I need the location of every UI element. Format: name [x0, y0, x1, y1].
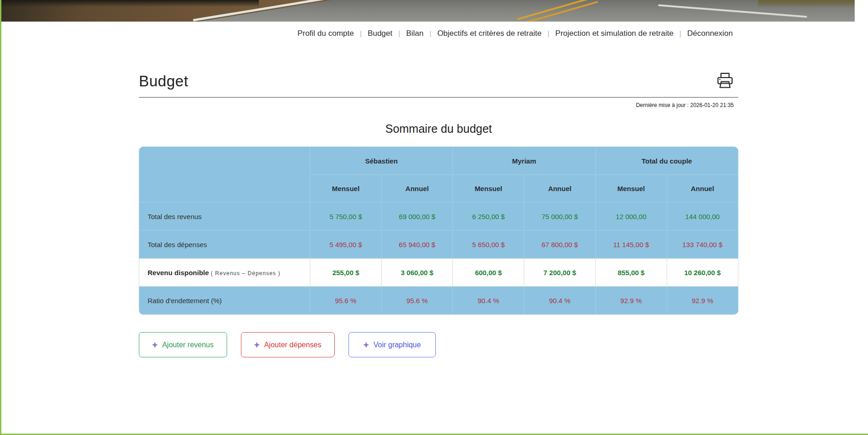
- last-update-text: Dernière mise à jour : 2026-01-20 21:35: [139, 102, 738, 108]
- title-row: Budget: [139, 71, 738, 91]
- ajouter-revenus-button[interactable]: + Ajouter revenus: [139, 332, 227, 357]
- subheader-mensuel: Mensuel: [310, 175, 382, 203]
- row-label: Total des dépenses: [139, 231, 310, 259]
- title-divider: [139, 97, 738, 98]
- ajouter-depenses-button[interactable]: + Ajouter dépenses: [241, 332, 335, 357]
- row-label: Revenu disponible ( Revenus – Dépenses ): [139, 259, 310, 287]
- banner-grass: [758, 0, 855, 8]
- subheader-annuel: Annuel: [524, 175, 595, 203]
- group-header-total-couple: Total du couple: [595, 147, 738, 175]
- plus-icon: +: [364, 340, 369, 350]
- value-cell: 65 940,00 $: [382, 231, 453, 259]
- group-header-myriam: Myriam: [453, 147, 595, 175]
- banner-yellow-line: [517, 0, 594, 20]
- road-photo-banner: [1, 0, 855, 22]
- value-cell: 5 495,00 $: [310, 231, 382, 259]
- subheader-mensuel: Mensuel: [595, 175, 667, 203]
- plus-icon: +: [254, 340, 260, 350]
- value-cell: 69 000,00 $: [382, 203, 453, 231]
- action-buttons-row: + Ajouter revenus + Ajouter dépenses + V…: [139, 332, 738, 357]
- table-row-ratio-endettement: Ratio d'endettement (%) 95.6 % 95.6 % 90…: [139, 287, 738, 315]
- value-cell: 92.9 %: [595, 287, 667, 315]
- value-cell: 855,00 $: [595, 259, 667, 287]
- row-label: Total des revenus: [139, 203, 310, 231]
- value-cell: 67 800,00 $: [524, 231, 595, 259]
- nav-item-deconnexion[interactable]: Déconnexion: [681, 29, 739, 38]
- value-cell: 92.9 %: [667, 287, 738, 315]
- table-row-total-revenus: Total des revenus 5 750,00 $ 69 000,00 $…: [139, 203, 738, 231]
- value-cell: 10 260,00 $: [667, 259, 738, 287]
- banner-yellow-line: [520, 1, 598, 22]
- value-cell: 95.6 %: [382, 287, 453, 315]
- nav-item-budget[interactable]: Budget: [362, 29, 399, 38]
- subheader-annuel: Annuel: [382, 175, 453, 203]
- row-label-note: ( Revenus – Dépenses ): [211, 270, 280, 277]
- row-label: Ratio d'endettement (%): [139, 287, 310, 315]
- page-frame: Profil du compte|Budget|Bilan|Objectifs …: [0, 0, 868, 435]
- value-cell: 600,00 $: [453, 259, 524, 287]
- table-corner-cell: [139, 147, 310, 203]
- value-cell: 12 000,00: [595, 203, 667, 231]
- value-cell: 90.4 %: [453, 287, 524, 315]
- nav-item-profil[interactable]: Profil du compte: [291, 29, 360, 38]
- table-row-revenu-disponible: Revenu disponible ( Revenus – Dépenses )…: [139, 259, 738, 287]
- value-cell: 3 060,00 $: [382, 259, 453, 287]
- plus-icon: +: [152, 340, 158, 350]
- value-cell: 5 650,00 $: [453, 231, 524, 259]
- value-cell: 133 740,00 $: [667, 231, 738, 259]
- summary-heading: Sommaire du budget: [139, 122, 738, 136]
- banner-trees: [1, 0, 259, 7]
- nav-item-bilan[interactable]: Bilan: [400, 29, 429, 38]
- subheader-annuel: Annuel: [667, 175, 738, 203]
- value-cell: 255,00 $: [310, 259, 382, 287]
- ajouter-revenus-label: Ajouter revenus: [162, 341, 214, 349]
- value-cell: 5 750,00 $: [310, 203, 382, 231]
- value-cell: 75 000,00 $: [524, 203, 595, 231]
- main-nav: Profil du compte|Budget|Bilan|Objectifs …: [1, 22, 868, 44]
- printer-icon: [715, 71, 735, 90]
- nav-item-projection[interactable]: Projection et simulation de retraite: [549, 29, 680, 38]
- voir-graphique-button[interactable]: + Voir graphique: [348, 332, 436, 357]
- ajouter-depenses-label: Ajouter dépenses: [264, 341, 321, 349]
- nav-item-objectifs[interactable]: Objectifs et critères de retraite: [431, 29, 548, 38]
- value-cell: 144 000,00: [667, 203, 738, 231]
- content-area: Budget Dernière mise à jour : 2026-01-20…: [139, 71, 738, 357]
- voir-graphique-label: Voir graphique: [373, 341, 421, 349]
- value-cell: 6 250,00 $: [453, 203, 524, 231]
- value-cell: 90.4 %: [524, 287, 595, 315]
- print-button[interactable]: [714, 71, 736, 91]
- subheader-mensuel: Mensuel: [453, 175, 524, 203]
- value-cell: 7 200,00 $: [524, 259, 595, 287]
- table-row-total-depenses: Total des dépenses 5 495,00 $ 65 940,00 …: [139, 231, 738, 259]
- budget-summary-table: Sébastien Myriam Total du couple Mensuel…: [139, 147, 738, 315]
- page-title: Budget: [139, 71, 738, 91]
- table-group-header-row: Sébastien Myriam Total du couple: [139, 147, 738, 175]
- value-cell: 11 145,00 $: [595, 231, 667, 259]
- group-header-sebastien: Sébastien: [310, 147, 453, 175]
- value-cell: 95.6 %: [310, 287, 382, 315]
